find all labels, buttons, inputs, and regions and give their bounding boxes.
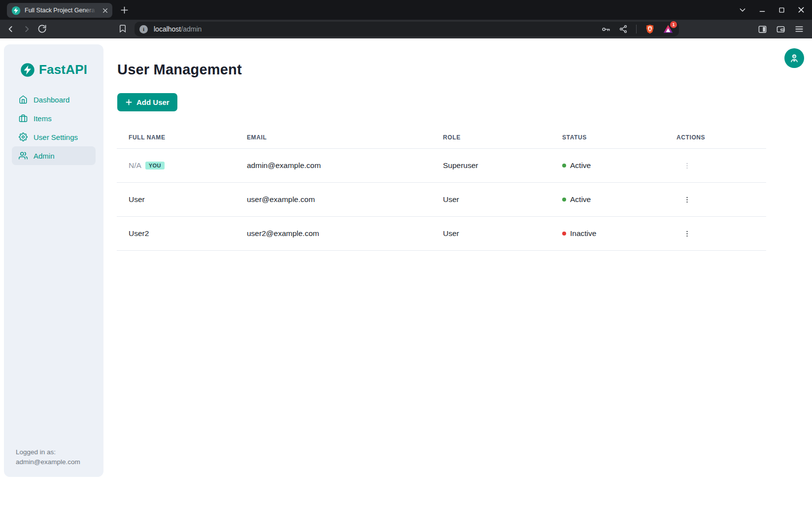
status-dot [562, 232, 566, 236]
plus-icon [125, 99, 133, 106]
table-row: User2 user2@example.com User Inactive [117, 217, 766, 251]
cell-role: Superuser [431, 161, 550, 170]
table-row: N/AYOU admin@example.com Superuser Activ… [117, 149, 766, 183]
you-badge: YOU [145, 162, 165, 169]
sidebar-item-label: Dashboard [34, 96, 69, 104]
users-table: FULL NAME EMAIL ROLE STATUS ACTIONS N/AY… [117, 126, 766, 251]
new-tab-button[interactable] [120, 5, 129, 15]
sidebar-item-dashboard[interactable]: Dashboard [12, 90, 96, 109]
forward-icon[interactable] [22, 24, 32, 34]
browser-toolbar: i localhost/admin 1 [0, 20, 812, 38]
cell-email: user2@example.com [235, 229, 431, 238]
logged-in-email: admin@example.com [16, 457, 80, 467]
address-bar[interactable]: i localhost/admin 1 [135, 22, 679, 36]
gear-icon [19, 133, 28, 141]
logged-in-label: Logged in as: [16, 447, 80, 457]
sidebar-nav: Dashboard Items User Settings Admin [4, 90, 103, 165]
sidebar-item-user-settings[interactable]: User Settings [12, 128, 96, 146]
toolbar-divider [636, 25, 637, 34]
col-status: STATUS [550, 134, 665, 141]
site-info-icon[interactable]: i [139, 25, 148, 34]
sidebar-panel-icon[interactable] [758, 25, 767, 34]
sidebar-item-admin[interactable]: Admin [12, 146, 96, 165]
home-icon [19, 95, 28, 104]
tab-title: Full Stack Project Genera [25, 6, 97, 14]
status-dot [562, 164, 566, 168]
briefcase-icon [19, 114, 28, 123]
status-dot [562, 198, 566, 202]
fastapi-favicon-icon [11, 6, 21, 15]
col-email: EMAIL [235, 134, 431, 141]
kebab-menu-icon [683, 196, 691, 204]
brave-rewards-icon[interactable]: 1 [663, 24, 673, 34]
browser-tab-strip: Full Stack Project Genera [0, 0, 812, 20]
maximize-icon[interactable] [778, 6, 785, 14]
sidebar-item-label: Admin [34, 152, 55, 160]
tab-close-icon[interactable] [101, 6, 109, 15]
cell-full-name: User [117, 195, 235, 204]
wallet-icon[interactable] [776, 25, 785, 34]
cell-email: admin@example.com [235, 161, 431, 170]
users-icon [19, 151, 28, 160]
menu-icon[interactable] [794, 24, 804, 34]
cell-status: Active [570, 195, 591, 204]
add-user-label: Add User [136, 98, 169, 106]
cell-full-name: User2 [117, 229, 235, 238]
row-actions-menu-button[interactable] [680, 193, 693, 206]
bookmark-icon[interactable] [118, 24, 127, 33]
reload-icon[interactable] [37, 24, 47, 34]
cell-status: Inactive [570, 229, 596, 238]
cell-role: User [431, 195, 550, 204]
share-icon[interactable] [619, 25, 628, 34]
url-path: /admin [181, 25, 202, 33]
url-text: localhost/admin [154, 25, 202, 33]
page-title: User Management [117, 62, 812, 78]
kebab-menu-icon [683, 162, 691, 170]
cell-email: user@example.com [235, 195, 431, 204]
browser-tab[interactable]: Full Stack Project Genera [7, 3, 112, 18]
minimize-icon[interactable] [758, 6, 766, 14]
page-content: FastAPI Dashboard Items User Settings Ad… [0, 38, 812, 505]
sidebar-item-items[interactable]: Items [12, 109, 96, 128]
window-close-icon[interactable] [797, 6, 805, 14]
cell-status: Active [570, 161, 591, 170]
fastapi-bolt-icon [20, 63, 35, 77]
cell-role: User [431, 229, 550, 238]
add-user-button[interactable]: Add User [117, 93, 177, 111]
cell-full-name: N/A [129, 161, 141, 170]
sidebar: FastAPI Dashboard Items User Settings Ad… [4, 44, 103, 477]
table-header-row: FULL NAME EMAIL ROLE STATUS ACTIONS [117, 126, 766, 149]
col-role: ROLE [431, 134, 550, 141]
kebab-menu-icon [683, 230, 691, 238]
sidebar-item-label: User Settings [34, 133, 78, 141]
rewards-badge: 1 [670, 21, 677, 28]
sidebar-item-label: Items [34, 114, 52, 123]
main-content: User Management Add User FULL NAME EMAIL… [103, 38, 812, 505]
key-icon[interactable] [601, 25, 610, 34]
logged-in-footer: Logged in as: admin@example.com [16, 447, 80, 467]
col-actions: ACTIONS [665, 134, 766, 141]
row-actions-menu-button[interactable] [680, 159, 693, 172]
url-host: localhost [154, 25, 181, 33]
brave-shield-icon[interactable] [645, 24, 655, 34]
col-full-name: FULL NAME [117, 134, 235, 141]
table-row: User user@example.com User Active [117, 183, 766, 217]
back-icon[interactable] [6, 24, 16, 34]
fastapi-logo: FastAPI [4, 62, 103, 77]
tab-search-chevron-icon[interactable] [739, 6, 746, 14]
logo-text: FastAPI [39, 62, 87, 77]
row-actions-menu-button[interactable] [680, 227, 693, 240]
